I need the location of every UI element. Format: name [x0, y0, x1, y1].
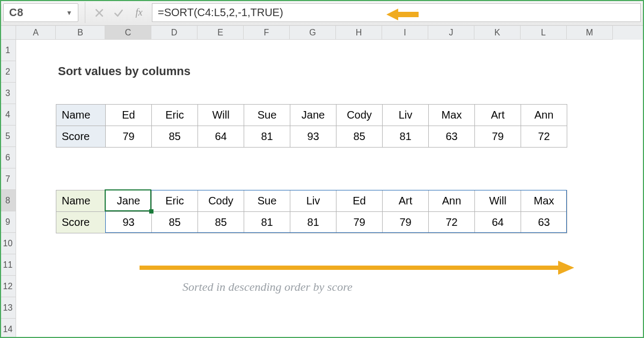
row-header-9[interactable]: 9 [0, 211, 16, 233]
row-header-14[interactable]: 14 [0, 319, 16, 338]
cell[interactable]: Sue [244, 105, 290, 126]
svg-rect-1 [140, 266, 558, 270]
col-header-J[interactable]: J [428, 26, 474, 40]
row-header-7[interactable]: 7 [0, 168, 16, 190]
row-header-6[interactable]: 6 [0, 147, 16, 168]
row-header-5[interactable]: 5 [0, 126, 16, 147]
cell[interactable]: Max [429, 105, 475, 126]
col-header-I[interactable]: I [382, 26, 428, 40]
svg-marker-2 [558, 261, 574, 275]
column-headers: ABCDEFGHIJKLM [16, 26, 644, 40]
col-header-F[interactable]: F [244, 26, 290, 40]
cell[interactable]: 79 [475, 126, 521, 148]
cell[interactable]: 72 [521, 126, 567, 148]
cancel-icon[interactable] [90, 0, 109, 25]
cell[interactable]: 85 [336, 126, 383, 148]
row-header-2[interactable]: 2 [0, 61, 16, 83]
cell[interactable]: Jane [290, 105, 336, 126]
table-row-label: Score [56, 212, 106, 233]
row-header-3[interactable]: 3 [0, 83, 16, 104]
cell[interactable]: Ann [521, 105, 567, 126]
col-header-D[interactable]: D [151, 26, 197, 40]
cells-area[interactable]: Sort values by columns NameEdEricWillSue… [16, 40, 644, 338]
cell[interactable]: Liv [383, 105, 429, 126]
cell[interactable]: Ed [106, 105, 152, 126]
name-box[interactable]: C8 ▼ [3, 3, 78, 22]
spill-range-border [105, 190, 567, 233]
col-header-G[interactable]: G [290, 26, 336, 40]
row-header-11[interactable]: 11 [0, 254, 16, 276]
spreadsheet[interactable]: ABCDEFGHIJKLM 1234567891011121314 Sort v… [0, 26, 644, 338]
page-title: Sort values by columns [58, 64, 191, 78]
formula-text: =SORT(C4:L5,2,-1,TRUE) [158, 6, 283, 19]
fx-icon[interactable]: fx [128, 0, 150, 25]
row-header-1[interactable]: 1 [0, 40, 16, 61]
chevron-down-icon[interactable]: ▼ [66, 9, 72, 17]
col-header-K[interactable]: K [474, 26, 521, 40]
cell[interactable]: Will [198, 105, 244, 126]
col-header-B[interactable]: B [56, 26, 105, 40]
cell[interactable]: 85 [152, 126, 198, 148]
source-table: NameEdEricWillSueJaneCodyLivMaxArtAnnSco… [56, 104, 567, 148]
cell[interactable]: 79 [106, 126, 152, 148]
cell[interactable]: 81 [383, 126, 429, 148]
row-headers: 1234567891011121314 [0, 40, 16, 338]
row-header-4[interactable]: 4 [0, 104, 16, 126]
cell[interactable]: Eric [152, 105, 198, 126]
col-header-A[interactable]: A [16, 26, 56, 40]
col-header-H[interactable]: H [336, 26, 382, 40]
row-header-13[interactable]: 13 [0, 297, 16, 319]
fill-handle[interactable] [149, 209, 153, 214]
cell[interactable]: 63 [429, 126, 475, 148]
row-header-10[interactable]: 10 [0, 233, 16, 254]
table-row-label: Score [56, 126, 106, 148]
col-header-E[interactable]: E [197, 26, 244, 40]
enter-icon[interactable] [109, 0, 128, 25]
separator [85, 2, 85, 23]
cell[interactable]: 93 [290, 126, 336, 148]
callout-arrow-right-icon [140, 261, 574, 277]
table-row-label: Name [56, 105, 106, 126]
caption: Sorted in descending order by score [182, 280, 353, 294]
cell[interactable]: 64 [198, 126, 244, 148]
name-box-value: C8 [9, 6, 24, 19]
table-row-label: Name [56, 190, 106, 212]
formula-bar: C8 ▼ fx =SORT(C4:L5,2,-1,TRUE) [0, 0, 644, 26]
active-cell[interactable] [105, 189, 151, 211]
select-all-corner[interactable] [0, 26, 16, 40]
formula-input[interactable]: =SORT(C4:L5,2,-1,TRUE) [152, 3, 641, 22]
row-header-8[interactable]: 8 [0, 190, 16, 211]
row-header-12[interactable]: 12 [0, 276, 16, 297]
col-header-M[interactable]: M [567, 26, 613, 40]
cell[interactable]: Art [475, 105, 521, 126]
cell[interactable]: Cody [336, 105, 383, 126]
cell[interactable]: 81 [244, 126, 290, 148]
col-header-L[interactable]: L [521, 26, 567, 40]
col-header-C[interactable]: C [105, 26, 151, 40]
